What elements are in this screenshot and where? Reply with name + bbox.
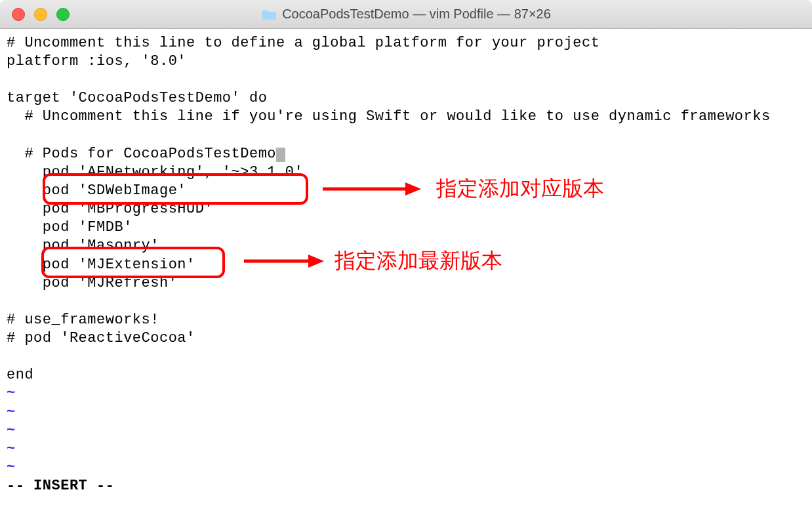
vim-empty-line: ~ [7,384,805,403]
code-line: pod 'MJExtension' [7,256,805,274]
minimize-button[interactable] [34,8,47,21]
code-line: target 'CocoaPodsTestDemo' do [7,89,805,108]
vim-empty-line: ~ [7,440,805,459]
maximize-button[interactable] [56,8,70,21]
vim-mode-line: -- INSERT -- [7,477,805,495]
code-line: pod 'FMDB' [7,218,805,237]
code-line: pod 'SDWebImage' [7,182,805,200]
code-line [7,348,805,366]
code-line: platform :ios, '8.0' [7,52,805,71]
code-line [7,293,805,311]
code-line: # Pods for CocoaPodsTestDemo [7,145,805,163]
code-line: # use_frameworks! [7,311,805,329]
vim-empty-line: ~ [7,459,805,477]
code-line: # Uncomment this line to define a global… [7,34,805,52]
window-title: CocoaPodsTestDemo — vim Podfile — 87×26 [282,7,551,22]
vim-empty-line: ~ [7,403,805,422]
code-line: pod 'MBProgressHUD' [7,200,805,218]
code-line [7,71,805,89]
code-line: pod 'AFNetworking', '~>3.1.0' [7,163,805,182]
close-button[interactable] [12,8,25,21]
vim-empty-line: ~ [7,422,805,440]
text-cursor [276,148,285,162]
code-line: pod 'MJRefresh' [7,274,805,293]
code-line [7,127,805,145]
terminal-content[interactable]: # Uncomment this line to define a global… [0,29,812,501]
traffic-lights [12,8,70,21]
folder-icon [261,9,277,20]
code-line: pod 'Masonry' [7,237,805,255]
code-line: end [7,366,805,384]
code-line: # pod 'ReactiveCocoa' [7,329,805,348]
window-titlebar: CocoaPodsTestDemo — vim Podfile — 87×26 [0,0,812,29]
code-line: # Uncomment this line if you're using Sw… [7,108,805,126]
